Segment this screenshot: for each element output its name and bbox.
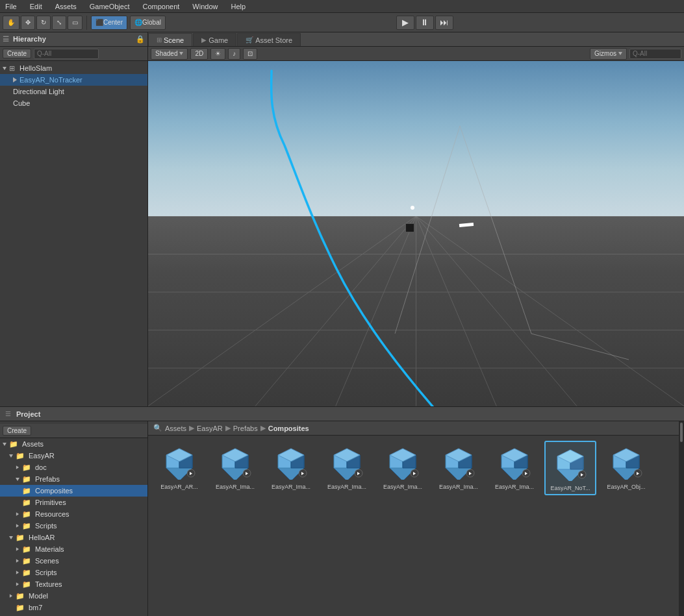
proj-item-materials[interactable]: 📁 Materials	[0, 543, 147, 555]
hierarchy-content: ⊞ HelloSlam EasyAR_NoTracker Directional…	[0, 61, 147, 406]
cube-icon-8	[607, 443, 646, 480]
asset-item-8[interactable]: EasyAR_Obj...	[600, 441, 652, 495]
proj-item-easyar[interactable]: 📁 EasyAR	[0, 450, 147, 462]
proj-item-primitives[interactable]: 📁 Primitives	[0, 497, 147, 508]
asset-label-5: EasyAR_Ima...	[434, 484, 483, 490]
menu-gameobject[interactable]: GameObject	[87, 3, 133, 10]
scene-viewport[interactable]	[148, 61, 684, 406]
tab-scene[interactable]: ⊞ Scene	[148, 33, 192, 46]
folder-icon: 📁	[22, 487, 31, 495]
hierarchy-item-cube[interactable]: Cube	[0, 97, 147, 109]
asset-item-6[interactable]: EasyAR_Ima...	[488, 441, 540, 495]
assets-grid: EasyAR_AR...	[148, 436, 679, 616]
asset-item-4[interactable]: EasyAR_Ima...	[377, 441, 429, 495]
tab-asset-store[interactable]: 🛒 Asset Store	[237, 33, 301, 46]
proj-label: Scenes	[35, 557, 59, 565]
project-title: Project	[16, 410, 40, 418]
breadcrumb-sep-3: ▶	[260, 424, 266, 432]
scrollbar-thumb[interactable]	[680, 423, 683, 442]
step-button[interactable]: ⏭	[435, 16, 453, 30]
scene-cube-object	[405, 223, 414, 232]
asset-item-5[interactable]: EasyAR_Ima...	[433, 441, 485, 495]
center-button[interactable]: ⬛ Center	[91, 16, 127, 30]
hierarchy-create-button[interactable]: Create	[3, 49, 31, 58]
asset-icon-1	[216, 443, 255, 482]
folder-icon: 📁	[16, 604, 25, 612]
hand-tool[interactable]: ✋	[3, 16, 19, 30]
proj-item-bm7[interactable]: 📁 bm7	[0, 602, 147, 613]
2d-button[interactable]: 2D	[190, 48, 208, 60]
expand-icon	[13, 77, 17, 82]
proj-item-assets[interactable]: 📁 Assets	[0, 438, 147, 450]
proj-item-doc[interactable]: 📁 doc	[0, 462, 147, 473]
hierarchy-item-label: Cube	[13, 99, 30, 107]
proj-label: Primitives	[35, 499, 66, 506]
proj-item-scenes[interactable]: 📁 Scenes	[0, 555, 147, 567]
assets-content: 🔍 Assets ▶ EasyAR ▶ Prefabs ▶ Composites	[148, 421, 679, 616]
expand-icon	[16, 547, 19, 551]
scene-area: ⊞ Scene ▶ Game 🛒 Asset Store Shaded 2D ☀	[148, 32, 684, 406]
proj-label: Resources	[35, 510, 70, 518]
expand-icon	[16, 559, 19, 563]
effects-button[interactable]: ⊡	[243, 48, 257, 60]
asset-item-3[interactable]: EasyAR_Ima...	[321, 441, 373, 495]
proj-item-model[interactable]: 📁 Model	[0, 590, 147, 602]
hierarchy-item-label: Directional Light	[13, 88, 64, 95]
rect-tool[interactable]: ▭	[68, 16, 82, 30]
asset-label-8: EasyAR_Obj...	[602, 484, 651, 490]
play-button[interactable]: ▶	[396, 16, 414, 30]
proj-item-helloar[interactable]: 📁 HelloAR	[0, 532, 147, 543]
menu-component[interactable]: Component	[140, 3, 182, 10]
proj-item-scripts-easyar[interactable]: 📁 Scripts	[0, 520, 147, 532]
folder-icon: 📁	[22, 475, 31, 484]
move-tool[interactable]: ✥	[21, 16, 35, 30]
breadcrumb-easyar[interactable]: EasyAR	[197, 425, 223, 432]
menu-file[interactable]: File	[3, 3, 19, 10]
hierarchy-item-helloslam[interactable]: ⊞ HelloSlam	[0, 62, 147, 74]
hierarchy-search-input[interactable]	[34, 49, 99, 59]
menu-edit[interactable]: Edit	[27, 3, 45, 10]
breadcrumb-assets[interactable]: Assets	[165, 425, 186, 432]
expand-icon	[16, 571, 19, 574]
scale-tool[interactable]: ⤡	[52, 16, 66, 30]
hierarchy-item-directional-light[interactable]: Directional Light	[0, 86, 147, 97]
expand-icon	[3, 443, 6, 446]
proj-label: Model	[29, 592, 48, 600]
menu-assets[interactable]: Assets	[53, 3, 79, 10]
cube-icon-4	[383, 443, 422, 480]
asset-item-0[interactable]: EasyAR_AR...	[153, 441, 205, 495]
cube-icon-7	[551, 445, 590, 481]
tab-game[interactable]: ▶ Game	[193, 33, 236, 46]
asset-item-7[interactable]: EasyAR_NoT...	[544, 441, 596, 495]
proj-item-textures[interactable]: 📁 Textures	[0, 578, 147, 590]
audio-button[interactable]: ♪	[228, 48, 240, 60]
project-scrollbar[interactable]	[679, 421, 684, 616]
proj-label: Textures	[35, 580, 62, 588]
svg-line-4	[416, 216, 577, 406]
asset-item-1[interactable]: EasyAR_Ima...	[209, 441, 261, 495]
folder-icon: 📁	[22, 499, 31, 507]
proj-item-prefabs[interactable]: 📁 Prefabs	[0, 473, 147, 485]
breadcrumb-prefabs[interactable]: Prefabs	[233, 425, 258, 432]
hierarchy-item-easyar[interactable]: EasyAR_NoTracker	[0, 74, 147, 86]
cube-icon-5	[439, 443, 478, 480]
gizmos-dropdown[interactable]: Gizmos	[590, 48, 627, 60]
menu-window[interactable]: Window	[190, 3, 220, 10]
asset-item-2[interactable]: EasyAR_Ima...	[265, 441, 317, 495]
menu-help[interactable]: Help	[228, 3, 248, 10]
folder-icon: 📁	[16, 592, 25, 600]
asset-label-4: EasyAR_Ima...	[378, 484, 427, 490]
rotate-tool[interactable]: ↻	[36, 16, 51, 30]
pause-button[interactable]: ⏸	[416, 16, 434, 30]
global-button[interactable]: 🌐 Global	[130, 16, 166, 30]
proj-item-composites[interactable]: 📁 Composites	[0, 485, 147, 497]
hierarchy-title: ☰ Hierarchy	[3, 35, 46, 43]
lighting-button[interactable]: ☀	[210, 48, 225, 60]
scene-search-input[interactable]	[629, 49, 681, 59]
proj-item-scripts-helloar[interactable]: 📁 Scripts	[0, 567, 147, 578]
project-create-button[interactable]: Create	[3, 426, 31, 436]
shaded-dropdown[interactable]: Shaded	[151, 48, 188, 60]
playback-controls: ▶ ⏸ ⏭	[396, 16, 453, 30]
hierarchy-panel: ☰ Hierarchy 🔒 Create ⊞ HelloSlam	[0, 32, 148, 406]
proj-item-resources[interactable]: 📁 Resources	[0, 508, 147, 520]
